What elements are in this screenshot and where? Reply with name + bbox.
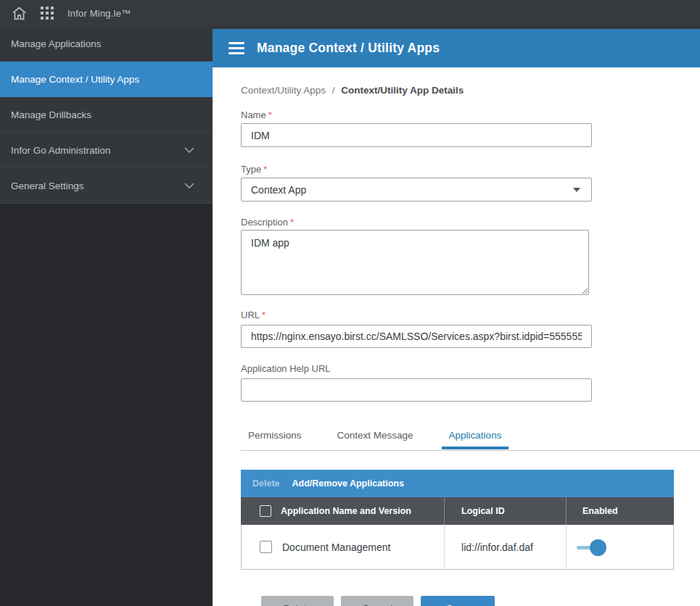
page-title: Manage Context / Utility Apps — [257, 41, 440, 56]
chevron-down-icon — [184, 180, 195, 191]
topbar: Infor Ming.le™ — [0, 0, 700, 26]
sidebar-item-manage-context-utility-apps[interactable]: Manage Context / Utility Apps — [0, 62, 213, 97]
type-select-value: Context App — [251, 184, 306, 196]
help-url-label: Application Help URL — [241, 363, 331, 374]
select-all-checkbox[interactable] — [260, 505, 271, 517]
sidebar-item-label: General Settings — [11, 180, 84, 191]
logical-id: lid://infor.daf.daf — [461, 541, 533, 553]
table-row: Document Management lid://infor.daf.daf — [241, 525, 674, 570]
name-field[interactable] — [241, 123, 592, 147]
description-field[interactable]: IDM app — [241, 230, 589, 295]
app-grid-icon[interactable] — [39, 5, 55, 21]
breadcrumb-current: Context/Utility App Details — [341, 85, 464, 96]
content-panel: Context/Utility Apps / Context/Utility A… — [213, 67, 700, 606]
table-toolbar: Delete Add/Remove Applications — [241, 470, 674, 497]
application-name: Document Management — [282, 541, 390, 553]
sidebar-item-manage-applications[interactable]: Manage Applications — [0, 26, 213, 62]
breadcrumb: Context/Utility Apps / Context/Utility A… — [241, 85, 464, 96]
tab-applications[interactable]: Applications — [442, 426, 509, 449]
screen: Infor Ming.le™ Manage Applications Manag… — [0, 0, 700, 606]
required-marker: * — [268, 109, 272, 120]
required-marker: * — [262, 310, 265, 320]
tab-permissions[interactable]: Permissions — [241, 426, 309, 449]
table-header-row: Application Name and Version Logical ID … — [241, 497, 674, 525]
column-header: Enabled — [582, 506, 618, 516]
hamburger-menu-icon[interactable] — [228, 42, 244, 54]
app-title: Infor Ming.le™ — [67, 8, 131, 19]
sidebar-item-general-settings[interactable]: General Settings — [0, 168, 213, 204]
type-select[interactable]: Context App — [241, 178, 592, 202]
enabled-toggle[interactable] — [577, 539, 609, 556]
dropdown-arrow-icon — [573, 188, 580, 192]
required-marker: * — [263, 164, 267, 175]
row-checkbox[interactable] — [260, 541, 272, 553]
breadcrumb-separator: / — [332, 85, 335, 96]
help-url-field[interactable] — [241, 378, 592, 402]
sidebar: Manage Applications Manage Context / Uti… — [0, 26, 213, 606]
url-field[interactable] — [241, 325, 592, 348]
sidebar-item-label: Manage Context / Utility Apps — [11, 74, 139, 85]
add-remove-applications-action[interactable]: Add/Remove Applications — [292, 478, 404, 489]
sidebar-item-infor-go-administration[interactable]: Infor Go Administration — [0, 133, 213, 168]
name-label: Name* — [241, 109, 272, 120]
sidebar-item-label: Manage Applications — [11, 38, 102, 49]
type-label: Type* — [241, 164, 267, 175]
column-header: Application Name and Version — [281, 506, 411, 516]
applications-table: Delete Add/Remove Applications Applicati… — [241, 470, 674, 570]
url-label: URL* — [241, 310, 265, 320]
save-button[interactable]: Save — [421, 596, 495, 606]
delete-action[interactable]: Delete — [252, 478, 280, 489]
required-marker: * — [290, 217, 294, 228]
tab-divider-line — [241, 450, 700, 451]
tab-context-message[interactable]: Context Message — [330, 426, 421, 449]
delete-button[interactable]: Delete — [261, 596, 334, 606]
tab-bar: Permissions Context Message Applications — [241, 426, 700, 454]
sidebar-item-label: Infor Go Administration — [11, 145, 110, 156]
column-header: Logical ID — [461, 506, 505, 516]
sidebar-item-manage-drillbacks[interactable]: Manage Drillbacks — [0, 97, 213, 133]
home-icon[interactable] — [11, 5, 27, 21]
cancel-button[interactable]: Cancel — [341, 596, 413, 606]
chevron-down-icon — [184, 144, 195, 156]
description-label: Description* — [241, 217, 294, 228]
breadcrumb-parent[interactable]: Context/Utility Apps — [241, 85, 326, 96]
page-header: Manage Context / Utility Apps — [213, 26, 700, 67]
footer-buttons: Delete Cancel Save — [261, 596, 495, 606]
sidebar-item-label: Manage Drillbacks — [11, 109, 91, 120]
